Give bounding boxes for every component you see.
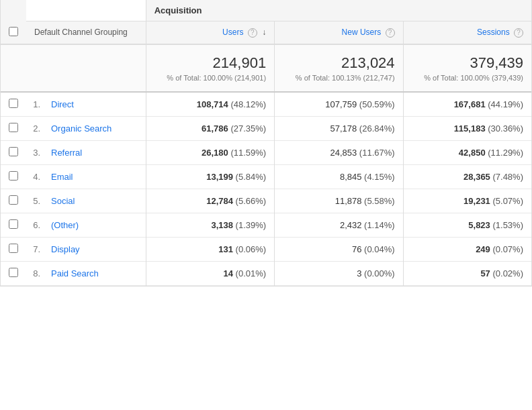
row-checkbox-3[interactable] [9,171,18,181]
new-users-help-icon[interactable]: ? [386,28,395,38]
row-channel[interactable]: Direct [43,92,146,117]
row-sessions: 42,850 (11.29%) [403,140,531,164]
channel-link-3[interactable]: Email [51,172,73,182]
row-checkbox-4[interactable] [9,195,18,205]
sessions-help-icon[interactable]: ? [514,28,523,38]
row-rank: 7. [26,237,43,261]
channel-link-5[interactable]: (Other) [51,220,79,230]
row-channel[interactable]: (Other) [43,213,146,237]
sort-down-icon: ↓ [262,28,266,37]
row-channel[interactable]: Social [43,189,146,213]
table-row: 4. Email 13,199 (5.84%) 8,845 (4.15%) 28… [1,164,531,189]
empty-channel-header [26,0,146,21]
channel-link-2[interactable]: Referral [51,148,82,158]
row-checkbox-col[interactable] [1,140,26,164]
row-rank: 5. [26,189,43,213]
table-row: 5. Social 12,784 (5.66%) 11,878 (5.58%) … [1,189,531,213]
table-row: 2. Organic Search 61,786 (27.35%) 57,178… [1,116,531,140]
channel-link-0[interactable]: Direct [51,99,74,109]
row-checkbox-col[interactable] [1,189,26,213]
row-channel[interactable]: Organic Search [43,116,146,140]
acquisition-header: Acquisition [146,0,531,21]
row-checkbox-2[interactable] [9,147,18,156]
row-users: 12,784 (5.66%) [146,189,274,213]
row-new-users: 107,759 (50.59%) [275,92,403,117]
row-sessions: 19,231 (5.07%) [403,189,531,213]
users-help-icon[interactable]: ? [248,28,257,38]
row-channel[interactable]: Email [43,164,146,189]
channel-link-1[interactable]: Organic Search [51,123,112,134]
new-users-column-header[interactable]: New Users ? [275,21,403,44]
row-sessions: 28,365 (7.48%) [403,164,531,189]
row-checkbox-1[interactable] [9,123,18,132]
users-column-header[interactable]: Users ? ↓ [146,21,274,44]
row-checkbox-col[interactable] [1,237,26,261]
row-channel[interactable]: Paid Search [43,261,146,285]
row-users: 26,180 (11.59%) [146,140,274,164]
table-row: 6. (Other) 3,138 (1.39%) 2,432 (1.14%) 5… [1,213,531,237]
row-new-users: 24,853 (11.67%) [275,140,403,164]
sessions-column-header[interactable]: Sessions ? [403,21,531,44]
totals-channel-col [26,44,146,92]
row-rank: 6. [26,213,43,237]
row-checkbox-7[interactable] [9,268,18,277]
row-users: 14 (0.01%) [146,261,274,285]
row-new-users: 3 (0.00%) [275,261,403,285]
totals-checkbox-col [1,44,26,92]
row-rank: 1. [26,92,43,117]
channel-link-4[interactable]: Social [51,196,75,206]
row-users: 131 (0.06%) [146,237,274,261]
row-checkbox-col[interactable] [1,213,26,237]
totals-row: 214,901 % of Total: 100.00% (214,901) 21… [1,44,531,92]
totals-new-users: 213,024 % of Total: 100.13% (212,747) [275,44,403,92]
row-users: 61,786 (27.35%) [146,116,274,140]
channel-link-6[interactable]: Display [51,244,80,254]
header-checkbox-col [1,21,26,44]
empty-header-checkbox [1,0,26,21]
channel-grouping-header: Default Channel Grouping [26,21,146,44]
table-row: 8. Paid Search 14 (0.01%) 3 (0.00%) 57 (… [1,261,531,285]
row-checkbox-0[interactable] [9,99,18,108]
row-rank: 3. [26,140,43,164]
row-users: 3,138 (1.39%) [146,213,274,237]
row-rank: 4. [26,164,43,189]
table-row: 7. Display 131 (0.06%) 76 (0.04%) 249 (0… [1,237,531,261]
row-new-users: 57,178 (26.84%) [275,116,403,140]
row-rank: 2. [26,116,43,140]
channel-link-7[interactable]: Paid Search [51,268,99,278]
row-checkbox-col[interactable] [1,261,26,285]
table-row: 1. Direct 108,714 (48.12%) 107,759 (50.5… [1,92,531,117]
row-checkbox-col[interactable] [1,116,26,140]
row-new-users: 8,845 (4.15%) [275,164,403,189]
select-all-checkbox[interactable] [9,27,18,36]
row-channel[interactable]: Referral [43,140,146,164]
row-users: 108,714 (48.12%) [146,92,274,117]
row-sessions: 249 (0.07%) [403,237,531,261]
row-checkbox-col[interactable] [1,164,26,189]
row-new-users: 11,878 (5.58%) [275,189,403,213]
row-channel[interactable]: Display [43,237,146,261]
row-sessions: 57 (0.02%) [403,261,531,285]
row-checkbox-5[interactable] [9,219,18,229]
row-users: 13,199 (5.84%) [146,164,274,189]
analytics-table: Acquisition Default Channel Grouping Use… [0,0,532,287]
row-sessions: 5,823 (1.53%) [403,213,531,237]
row-checkbox-col[interactable] [1,92,26,117]
table-row: 3. Referral 26,180 (11.59%) 24,853 (11.6… [1,140,531,164]
totals-sessions: 379,439 % of Total: 100.00% (379,439) [403,44,531,92]
row-new-users: 76 (0.04%) [275,237,403,261]
row-checkbox-6[interactable] [9,244,18,253]
row-rank: 8. [26,261,43,285]
totals-users: 214,901 % of Total: 100.00% (214,901) [146,44,274,92]
row-sessions: 115,183 (30.36%) [403,116,531,140]
row-new-users: 2,432 (1.14%) [275,213,403,237]
row-sessions: 167,681 (44.19%) [403,92,531,117]
